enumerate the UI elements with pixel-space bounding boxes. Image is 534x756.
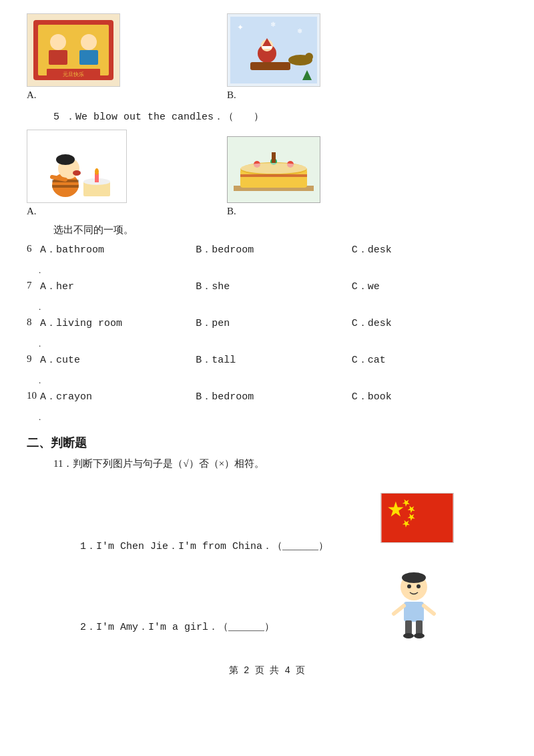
q6-opt-b: B．bedroom — [196, 243, 351, 256]
svg-rect-38 — [240, 174, 307, 177]
page-footer: 第 2 页 共 4 页 — [27, 665, 507, 677]
question-row-9: 9 A．cute B．tall C．cat — [27, 353, 507, 366]
q9-opt-b: B．tall — [196, 353, 351, 366]
svg-point-24 — [56, 154, 75, 165]
svg-text:❄: ❄ — [297, 27, 302, 35]
q7-opt-a: A．her — [40, 280, 196, 293]
svg-point-3 — [81, 34, 97, 50]
q6-opt-a: A．bathroom — [40, 243, 196, 256]
judge-item-1-row: 1．I'm Chen Jie．I'm from China．（______） — [53, 481, 481, 558]
q6-opt-c: C．desk — [352, 243, 507, 256]
q10-num: 10 — [27, 390, 39, 401]
q9-options: A．cute B．tall C．cat — [40, 353, 507, 366]
question-row-7: 7 A．her B．she C．we — [27, 280, 507, 293]
svg-rect-16 — [250, 62, 290, 70]
image-row-2: A. B. — [27, 130, 507, 217]
judge-item-2-text: 2．I'm Amy．I'm a girl．（______） — [80, 620, 274, 633]
q7-opt-b: B．she — [196, 280, 351, 293]
q8-opt-c: C．desk — [352, 317, 507, 329]
blowing-candles-image — [27, 130, 127, 203]
section2-header: 二、判断题 — [27, 435, 507, 451]
image-block-a: 元旦快乐 A. — [27, 13, 120, 101]
svg-point-33 — [99, 154, 108, 163]
svg-rect-4 — [49, 50, 67, 65]
image-block-b: ✦ ❄ ❄ B. — [227, 13, 320, 101]
multiple-choice-section: 6 A．bathroom B．bedroom C．desk . 7 A．her … — [27, 243, 507, 423]
svg-rect-55 — [404, 602, 424, 622]
q8-options: A．living room B．pen C．desk — [40, 317, 507, 329]
svg-text:❄: ❄ — [270, 21, 276, 28]
svg-rect-59 — [416, 620, 423, 635]
cake-image — [227, 136, 320, 203]
question-row-10: 10 A．crayon B．bedroom C．book — [27, 390, 507, 403]
image-row-1: 元旦快乐 A. ✦ ❄ ❄ — [27, 13, 507, 101]
image-block-a2: A. — [27, 130, 127, 217]
q10-opt-b: B．bedroom — [196, 390, 351, 403]
judge-item-1-text-block: 1．I'm Chen Jie．I'm from China．（______） — [53, 481, 328, 558]
q7-options: A．her B．she C．we — [40, 280, 507, 293]
svg-rect-15 — [262, 46, 272, 49]
svg-point-53 — [407, 584, 411, 588]
svg-point-18 — [305, 53, 313, 61]
svg-text:✦: ✦ — [237, 23, 244, 32]
img-b2-label: B. — [227, 206, 236, 217]
img-a-label: A. — [27, 89, 37, 101]
q10-opt-a: A．crayon — [40, 390, 196, 403]
svg-line-26 — [52, 177, 65, 180]
svg-point-54 — [417, 584, 421, 588]
q8-opt-b: B．pen — [196, 317, 351, 329]
q9-num: 9 — [27, 353, 39, 365]
q9-opt-c: C．cat — [352, 353, 507, 366]
judge-item-1-text: 1．I'm Chen Jie．I'm from China．（______） — [80, 540, 328, 552]
instruction-text: 选出不同的一项。 — [53, 224, 507, 236]
santa-claus-image: ✦ ❄ ❄ — [227, 13, 320, 87]
q9-opt-a: A．cute — [40, 353, 196, 366]
judge-item-2-row: 2．I'm Amy．I'm a girl．（______） — [53, 568, 481, 644]
q10-opt-c: C．book — [352, 390, 507, 403]
svg-rect-5 — [79, 50, 98, 65]
q8-opt-a: A．living room — [40, 317, 196, 329]
svg-point-60 — [403, 633, 414, 638]
svg-point-43 — [240, 163, 307, 174]
q8-num: 8 — [27, 317, 39, 328]
svg-point-25 — [73, 170, 81, 176]
q7-opt-c: C．we — [352, 280, 507, 293]
question-5-text: 5 ．We blow out the candles．（ ） — [53, 110, 507, 123]
svg-point-32 — [92, 158, 99, 164]
svg-rect-1 — [38, 25, 109, 75]
svg-point-52 — [402, 572, 426, 583]
question-row-8: 8 A．living room B．pen C．desk — [27, 317, 507, 329]
svg-point-2 — [50, 34, 66, 50]
img-a2-label: A. — [27, 206, 37, 217]
amy-girl-image — [387, 568, 441, 644]
svg-rect-44 — [381, 494, 453, 542]
svg-point-31 — [85, 161, 93, 169]
judge-item-2-text-block: 2．I'm Amy．I'm a girl．（______） — [53, 575, 274, 638]
judge-sentence-1: 1．I'm Chen Jie．I'm from China．（______） — [80, 540, 328, 552]
q6-num: 6 — [27, 243, 39, 254]
svg-text:元旦快乐: 元旦快乐 — [63, 71, 84, 77]
chinese-new-year-image: 元旦快乐 — [27, 13, 120, 87]
question-row-6: 6 A．bathroom B．bedroom C．desk — [27, 243, 507, 256]
q6-options: A．bathroom B．bedroom C．desk — [40, 243, 507, 256]
svg-rect-58 — [405, 620, 412, 635]
judge-sentence-2: 2．I'm Amy．I'm a girl．（______） — [80, 620, 274, 633]
svg-point-30 — [95, 168, 99, 175]
img-b-label: B. — [227, 89, 236, 101]
svg-rect-42 — [272, 152, 276, 163]
svg-point-61 — [414, 633, 425, 638]
q10-options: A．crayon B．bedroom C．book — [40, 390, 507, 403]
china-flag-image — [380, 493, 454, 546]
section2-intro: 11．判断下列图片与句子是（√）否（×）相符。 — [53, 457, 507, 470]
image-block-b2: B. — [227, 136, 320, 217]
q7-num: 7 — [27, 280, 39, 291]
svg-rect-22 — [52, 185, 79, 188]
